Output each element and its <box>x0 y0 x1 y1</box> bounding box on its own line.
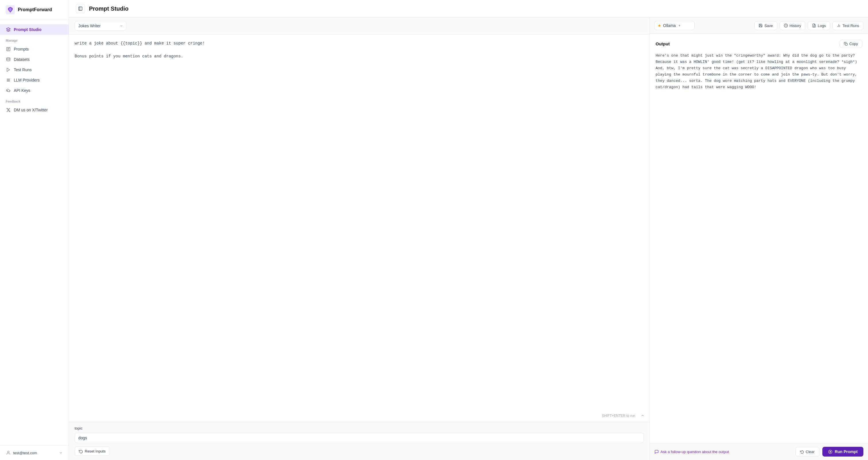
main-header: Prompt Studio <box>69 0 868 18</box>
main: Prompt Studio Jokes Writer New Prompt wr… <box>69 0 868 460</box>
chat-icon <box>654 450 659 454</box>
prompt-textarea-container: write a joke about {{topic}} and make it… <box>69 34 650 422</box>
save-button[interactable]: Save <box>754 21 777 30</box>
user-email: test@test.com <box>13 451 37 455</box>
history-button[interactable]: History <box>780 21 805 30</box>
right-panel-toolbar: ★ Ollama ▾ Save <box>650 18 868 34</box>
sidebar-item-prompt-studio[interactable]: Prompt Studio <box>0 24 69 35</box>
output-label: Output <box>656 41 670 46</box>
prompt-studio-label: Prompt Studio <box>14 27 41 32</box>
clear-label: Clear <box>806 450 815 454</box>
right-panel: ★ Ollama ▾ Save <box>650 18 868 460</box>
sidebar-item-api-keys[interactable]: API Keys <box>0 85 69 96</box>
svg-point-2 <box>7 57 10 59</box>
logo-icon <box>6 5 15 14</box>
save-icon <box>758 24 763 28</box>
sidebar-logo: PromptForward <box>0 0 69 20</box>
prompts-icon <box>6 47 11 52</box>
output-text: Here's one that might just win the "crin… <box>656 53 862 91</box>
app-logo-text: PromptForward <box>18 7 52 12</box>
run-prompt-button[interactable]: Run Prompt <box>823 447 863 457</box>
model-selector[interactable]: ★ Ollama ▾ <box>654 21 694 30</box>
topic-input[interactable] <box>74 433 644 443</box>
follow-up-button[interactable]: Ask a follow-up question about the outpu… <box>654 448 793 456</box>
llm-providers-label: LLM Providers <box>14 78 40 83</box>
api-keys-icon <box>6 88 11 93</box>
page-title: Prompt Studio <box>89 5 129 12</box>
sidebar-item-llm-providers[interactable]: LLM Providers <box>0 75 69 85</box>
svg-marker-3 <box>7 68 9 71</box>
bar-chart-icon <box>837 24 841 28</box>
output-header: Output Copy <box>656 40 862 48</box>
reset-inputs-button[interactable]: Reset Inputs <box>74 447 110 456</box>
datasets-label: Datasets <box>14 57 30 62</box>
sidebar-item-test-runs[interactable]: Test Runs <box>0 65 69 75</box>
history-icon <box>784 24 788 28</box>
svg-rect-6 <box>79 7 82 10</box>
sidebar-toggle-button[interactable] <box>76 4 85 13</box>
datasets-icon <box>6 57 11 62</box>
user-icon <box>6 450 11 455</box>
manage-section-label: Manage <box>0 35 69 44</box>
test-runs-label: Test Runs <box>842 24 859 28</box>
sidebar-nav: Prompt Studio Manage Prompts Datasets <box>0 20 69 446</box>
api-keys-label: API Keys <box>14 88 30 93</box>
llm-providers-icon <box>6 78 11 83</box>
logs-button[interactable]: Logs <box>808 21 830 30</box>
right-panel-footer: Ask a follow-up question about the outpu… <box>650 443 868 460</box>
copy-label: Copy <box>849 42 858 46</box>
prompts-label: Prompts <box>14 47 29 52</box>
run-icon <box>828 450 832 454</box>
copy-icon <box>844 42 848 45</box>
svg-point-4 <box>7 90 8 91</box>
test-runs-button[interactable]: Test Runs <box>832 21 863 30</box>
left-panel: Jokes Writer New Prompt write a joke abo… <box>69 18 650 460</box>
follow-up-label: Ask a follow-up question about the outpu… <box>660 450 729 454</box>
expand-icon <box>59 451 63 455</box>
sidebar: PromptForward Prompt Studio Manage Promp… <box>0 0 69 460</box>
sidebar-item-prompts[interactable]: Prompts <box>0 44 69 54</box>
svg-point-5 <box>7 451 9 453</box>
topic-label: topic <box>74 426 644 430</box>
variables-section: topic Reset Inputs <box>69 422 650 460</box>
feedback-section-label: Feedback <box>0 96 69 105</box>
sidebar-footer[interactable]: test@test.com <box>0 446 69 460</box>
svg-rect-13 <box>845 43 847 45</box>
chevron-down-icon: ▾ <box>679 24 680 28</box>
prompt-studio-icon <box>6 27 11 32</box>
shift-enter-hint: SHIFT+ENTER to run <box>602 414 635 418</box>
reset-icon <box>79 449 83 453</box>
test-runs-label: Test Runs <box>14 67 32 72</box>
run-label: Run Prompt <box>835 449 858 454</box>
sidebar-item-datasets[interactable]: Datasets <box>0 54 69 65</box>
clear-icon <box>800 450 804 454</box>
logs-label: Logs <box>818 24 826 28</box>
test-runs-icon <box>6 67 11 72</box>
content-area: Jokes Writer New Prompt write a joke abo… <box>69 18 868 460</box>
prompt-textarea[interactable]: write a joke about {{topic}} and make it… <box>69 34 650 422</box>
prompt-selector-bar: Jokes Writer New Prompt <box>69 18 650 34</box>
collapse-button[interactable] <box>639 412 646 419</box>
clear-button[interactable]: Clear <box>795 447 819 457</box>
toggle-icon <box>78 6 83 11</box>
reset-label: Reset Inputs <box>85 449 105 453</box>
prompt-selector[interactable]: Jokes Writer New Prompt <box>74 21 126 31</box>
save-label: Save <box>764 24 773 28</box>
star-icon: ★ <box>658 23 661 28</box>
twitter-icon <box>6 108 11 113</box>
twitter-label: DM us on X/Twitter <box>14 108 48 112</box>
copy-button[interactable]: Copy <box>840 40 862 48</box>
history-label: History <box>789 24 801 28</box>
output-area: Output Copy Here's one that might just w… <box>650 34 868 443</box>
logs-icon <box>812 24 816 28</box>
model-name: Ollama <box>663 23 676 28</box>
sidebar-item-twitter[interactable]: DM us on X/Twitter <box>0 105 69 115</box>
